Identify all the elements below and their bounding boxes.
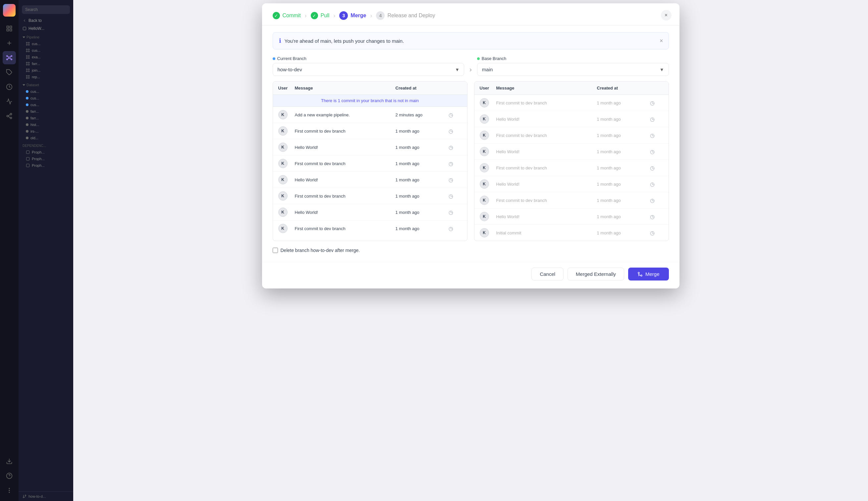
svg-point-35 (26, 51, 28, 52)
step-commit-label: Commit (283, 13, 301, 19)
nav-icon-grid[interactable] (3, 22, 16, 35)
nav-icon-tag[interactable] (3, 66, 16, 79)
dataset-item-2[interactable]: cus... (19, 95, 73, 102)
svg-point-42 (28, 62, 30, 63)
pipeline-item-5[interactable]: join... (19, 67, 73, 74)
time-icon[interactable]: ◷ (650, 132, 663, 139)
dep-item-1[interactable]: Proph... (19, 149, 73, 156)
time-icon[interactable]: ◷ (449, 128, 462, 134)
svg-point-49 (26, 75, 28, 77)
time-icon[interactable]: ◷ (650, 181, 663, 187)
pipeline-item-2[interactable]: cus... (19, 47, 73, 54)
base-branch-wrapper: main ▼ (477, 63, 669, 76)
search-input[interactable] (22, 5, 70, 14)
delete-branch-row: Delete branch how-to-dev after merge. (273, 248, 669, 253)
modal-header: ✓ Commit › ✓ Pull › 3 Merge › (262, 3, 680, 25)
pipeline-item-6[interactable]: rep... (19, 74, 73, 80)
svg-point-18 (7, 115, 9, 117)
info-banner-close[interactable]: × (660, 38, 663, 44)
time-icon[interactable]: ◷ (449, 177, 462, 183)
time-icon[interactable]: ◷ (449, 144, 462, 150)
time-icon[interactable]: ◷ (449, 209, 462, 215)
step-release: 4 Release and Deploy (376, 11, 435, 20)
dataset-item-1[interactable]: cus... (19, 88, 73, 95)
modal-overlay: ✓ Commit › ✓ Pull › 3 Merge › (73, 0, 868, 501)
branch-selection-row: Current Branch how-to-dev ▼ › (273, 56, 669, 76)
dataset-item-4[interactable]: farr... (19, 108, 73, 115)
back-button[interactable]: Back to (19, 17, 73, 24)
step-num-merge: 3 (339, 11, 348, 20)
time-icon[interactable]: ◷ (650, 100, 663, 106)
dep-item-2[interactable]: Proph... (19, 156, 73, 162)
delete-branch-checkbox[interactable] (273, 248, 278, 253)
svg-point-40 (28, 57, 30, 59)
pipeline-item-3[interactable]: exa... (19, 54, 73, 60)
app-logo (3, 4, 15, 17)
nav-icon-help[interactable] (3, 469, 16, 482)
merged-externally-button[interactable]: Merged Externally (568, 268, 624, 280)
current-table-header: User Message Created at (273, 82, 467, 95)
dataset-item-6[interactable]: hist... (19, 121, 73, 128)
avatar: K (480, 196, 489, 205)
delete-branch-label[interactable]: Delete branch how-to-dev after merge. (281, 248, 360, 253)
base-table-row: K Hello World! 1 month ago ◷ (474, 209, 669, 225)
nav-icon-clock[interactable] (3, 80, 16, 94)
base-table-row: K First commit to dev branch 1 month ago… (474, 160, 669, 176)
search-area[interactable] (19, 3, 73, 17)
back-label: Back to (29, 18, 42, 23)
nav-icon-plus[interactable] (3, 36, 16, 50)
current-table-row: K First commit to dev branch 1 month ago… (273, 221, 467, 236)
current-branch-select[interactable]: how-to-dev (273, 63, 464, 76)
nav-icon-more[interactable] (3, 484, 16, 497)
svg-point-59 (641, 275, 642, 276)
nav-icon-download[interactable] (3, 455, 16, 468)
time-icon[interactable]: ◷ (449, 160, 462, 167)
cancel-button[interactable]: Cancel (531, 268, 563, 280)
base-table-row: K First commit to dev branch 1 month ago… (474, 127, 669, 143)
merge-button[interactable]: Merge (628, 268, 669, 280)
avatar: K (278, 175, 288, 184)
base-table-row: K Hello World! 1 month ago ◷ (474, 111, 669, 127)
icon-sidebar (0, 0, 19, 501)
info-banner: ℹ You're ahead of main, lets push your c… (273, 32, 669, 50)
svg-point-41 (26, 62, 28, 63)
time-icon[interactable]: ◷ (650, 116, 663, 122)
hello-world-item[interactable]: HelloW... (19, 24, 73, 32)
base-branch-select[interactable]: main (477, 63, 669, 76)
modal-close-button[interactable]: × (661, 10, 672, 21)
time-icon[interactable]: ◷ (650, 214, 663, 220)
step-pull: ✓ Pull (311, 12, 330, 19)
dataset-item-8[interactable]: old... (19, 135, 73, 141)
svg-point-60 (638, 272, 639, 274)
dep-item-3[interactable]: Proph... (19, 162, 73, 169)
nav-icon-connect[interactable] (3, 109, 16, 123)
svg-point-8 (11, 55, 12, 56)
time-icon[interactable]: ◷ (449, 112, 462, 118)
pipeline-item-1[interactable]: cus... (19, 41, 73, 47)
time-icon[interactable]: ◷ (650, 197, 663, 204)
branch-label: how-to-d... (29, 494, 46, 498)
time-icon[interactable]: ◷ (449, 193, 462, 199)
pipeline-item-4[interactable]: farr... (19, 60, 73, 67)
svg-point-50 (28, 75, 30, 77)
time-icon[interactable]: ◷ (650, 149, 663, 155)
merge-icon (637, 271, 643, 277)
dataset-item-3[interactable]: cus... (19, 102, 73, 108)
current-table-row: K Hello World! 1 month ago ◷ (273, 139, 467, 156)
dataset-item-5[interactable]: farr... (19, 115, 73, 121)
time-icon[interactable]: ◷ (650, 230, 663, 236)
base-table-row: K Initial commit 1 month ago ◷ (474, 225, 669, 241)
step-arrow-3: › (370, 12, 372, 19)
modal-footer: Cancel Merged Externally Merge (262, 262, 680, 288)
dataset-item-7[interactable]: irs-... (19, 128, 73, 135)
step-arrow-1: › (305, 12, 307, 19)
time-icon[interactable]: ◷ (449, 225, 462, 232)
step-check-commit: ✓ (273, 12, 280, 19)
nav-icon-activity[interactable] (3, 95, 16, 108)
step-merge: 3 Merge (339, 11, 366, 20)
nav-icon-diagram[interactable] (3, 51, 16, 64)
svg-line-13 (8, 58, 9, 59)
commit-info-row: There is 1 commit in your branch that is… (273, 95, 467, 107)
time-icon[interactable]: ◷ (650, 165, 663, 171)
svg-point-34 (28, 49, 30, 50)
